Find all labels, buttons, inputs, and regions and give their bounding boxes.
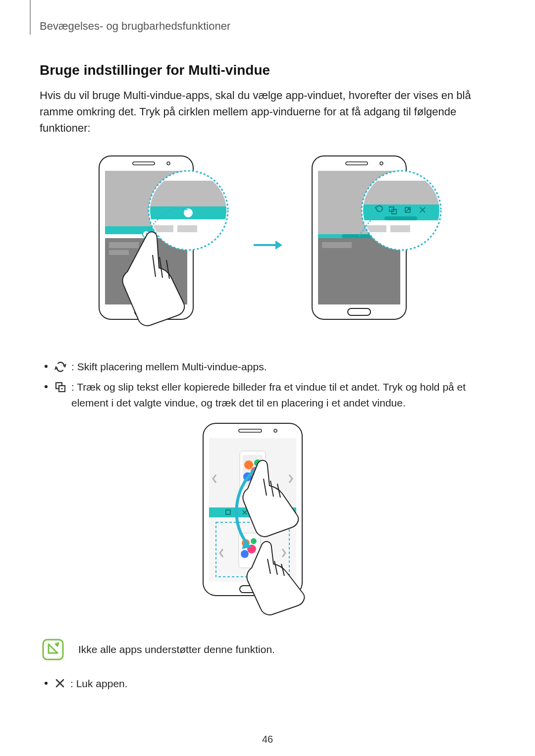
illustration-drag-content	[188, 420, 347, 618]
breadcrumb: Bevægelses- og brugbarhedsfunktioner	[40, 20, 495, 33]
illustration-phone-toolbar	[302, 151, 446, 339]
bullet-dot	[45, 385, 48, 388]
svg-rect-30	[322, 242, 352, 248]
svg-rect-42	[390, 225, 410, 232]
section-title: Bruge indstillinger for Multi-vindue	[40, 62, 495, 78]
svg-rect-24	[348, 308, 371, 315]
note-row: Ikke alle apps understøtter denne funkti…	[42, 638, 495, 661]
svg-rect-10	[109, 250, 129, 255]
bullet-list: : Skift placering mellem Multi-vindue-ap…	[40, 359, 495, 411]
note-icon	[42, 638, 64, 661]
bullet-close: : Luk appen.	[40, 676, 495, 692]
svg-point-54	[244, 460, 253, 469]
bullet-close-text: : Luk appen.	[70, 676, 495, 692]
bullet-swap-text: : Skift placering mellem Multi-vindue-ap…	[71, 359, 495, 375]
close-icon	[54, 678, 65, 689]
page-number: 46	[0, 734, 535, 745]
figure-row-multiwindow	[40, 151, 495, 339]
svg-point-67	[241, 550, 249, 558]
bullet-drag-text: : Træk og slip tekst eller kopierede bil…	[71, 379, 495, 411]
svg-point-68	[251, 538, 257, 544]
svg-rect-9	[109, 242, 139, 248]
illustration-phone-tap-handle	[89, 151, 233, 339]
svg-rect-33	[362, 181, 441, 206]
drag-windows-icon	[54, 381, 66, 393]
arrow-right-icon	[253, 238, 282, 252]
header-accent-line	[30, 0, 31, 35]
svg-rect-39	[384, 216, 417, 220]
svg-rect-18	[177, 225, 197, 232]
bullet-swap: : Skift placering mellem Multi-vindue-ap…	[40, 359, 495, 375]
svg-rect-41	[367, 225, 386, 232]
svg-rect-47	[239, 429, 262, 432]
svg-point-15	[183, 208, 193, 218]
bullet-dot	[45, 365, 48, 368]
figure-drag-between-windows	[40, 420, 495, 618]
intro-paragraph: Hvis du vil bruge Multi-vindue-apps, ska…	[40, 87, 495, 136]
svg-point-45	[61, 388, 62, 389]
bullet-drag: : Træk og slip tekst eller kopierede bil…	[40, 379, 495, 411]
swap-icon	[54, 361, 66, 373]
bullet-dot	[45, 682, 48, 685]
svg-rect-22	[346, 162, 368, 165]
note-text: Ikke alle apps understøtter denne funkti…	[78, 644, 275, 655]
svg-rect-1	[133, 162, 155, 165]
bullet-list-close: : Luk appen.	[40, 676, 495, 692]
svg-marker-20	[275, 241, 282, 250]
svg-rect-17	[154, 225, 173, 232]
